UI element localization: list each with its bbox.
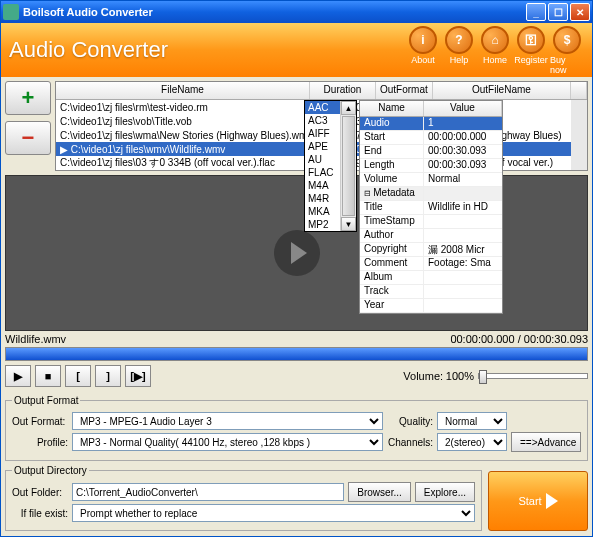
property-row[interactable]: Start00:00:00.000 [360, 131, 502, 145]
col-filename[interactable]: FileName [56, 82, 310, 99]
dropdown-scrollbar[interactable]: ▲ ▼ [340, 101, 356, 231]
format-option[interactable]: M4A [305, 179, 340, 192]
channels-label: Channels: [387, 437, 433, 448]
property-row[interactable]: Album [360, 271, 502, 285]
profile-label: Profile: [12, 437, 68, 448]
output-format-legend: Output Format [12, 395, 80, 406]
property-row[interactable]: Copyright漏 2008 Micr [360, 243, 502, 257]
outfolder-input[interactable] [72, 483, 344, 501]
hdr-icon: ? [445, 26, 473, 54]
outformat-select[interactable]: MP3 - MPEG-1 Audio Layer 3 [72, 412, 383, 430]
preview-play-icon[interactable] [274, 230, 320, 276]
property-row[interactable]: TimeStamp [360, 215, 502, 229]
header-home-button[interactable]: ⌂Home [478, 26, 512, 75]
format-dropdown-list[interactable]: AACAC3AIFFAPEAUFLACM4AM4RMKAMP2 ▲ ▼ [304, 100, 357, 232]
explore-button[interactable]: Explore... [415, 482, 475, 502]
preview-time: 00:00:00.000 / 00:00:30.093 [450, 333, 588, 345]
hdr-icon: i [409, 26, 437, 54]
scroll-up-icon[interactable]: ▲ [341, 101, 356, 115]
property-row[interactable]: Year [360, 299, 502, 313]
window-title: Boilsoft Audio Converter [23, 6, 526, 18]
property-row[interactable]: Audio1 [360, 117, 502, 131]
properties-panel: Name Value Audio1Start00:00:00.000End00:… [359, 100, 503, 314]
header-register-button[interactable]: ⚿Register [514, 26, 548, 75]
format-option[interactable]: AAC [305, 101, 340, 114]
outfolder-label: Out Folder: [12, 487, 68, 498]
col-outformat[interactable]: OutFormat [376, 82, 433, 99]
maximize-button[interactable]: ☐ [548, 3, 568, 21]
outformat-label: Out Format: [12, 416, 68, 427]
channels-select[interactable]: 2(stereo) [437, 433, 507, 451]
format-option[interactable]: MKA [305, 205, 340, 218]
mark-out-button[interactable]: ] [95, 365, 121, 387]
start-button[interactable]: Start [488, 471, 588, 531]
profile-select[interactable]: MP3 - Normal Quality( 44100 Hz, stereo ,… [72, 433, 383, 451]
col-duration[interactable]: Duration [310, 82, 376, 99]
output-directory-legend: Output Directory [12, 465, 89, 476]
minimize-button[interactable]: _ [526, 3, 546, 21]
mark-in-button[interactable]: [ [65, 365, 91, 387]
property-row[interactable]: Track [360, 285, 502, 299]
quality-label: Quality: [387, 416, 433, 427]
grid-scrollbar-head [571, 82, 587, 99]
advance-button[interactable]: ==>Advance [511, 432, 581, 452]
preview-filename: Wildlife.wmv [5, 333, 66, 345]
seek-bar[interactable] [5, 347, 588, 361]
property-row[interactable]: CommentFootage: Sma [360, 257, 502, 271]
header-about-button[interactable]: iAbout [406, 26, 440, 75]
hdr-icon: $ [553, 26, 581, 54]
property-row[interactable]: Length00:00:30.093 [360, 159, 502, 173]
format-option[interactable]: AIFF [305, 127, 340, 140]
stop-button[interactable]: ■ [35, 365, 61, 387]
grid-scrollbar[interactable] [571, 100, 587, 170]
play-button[interactable]: ▶ [5, 365, 31, 387]
format-option[interactable]: FLAC [305, 166, 340, 179]
volume-slider[interactable] [478, 373, 588, 379]
output-format-group: Output Format Out Format: MP3 - MPEG-1 A… [5, 395, 588, 461]
format-option[interactable]: MP2 [305, 218, 340, 231]
quality-select[interactable]: Normal [437, 412, 507, 430]
format-option[interactable]: M4R [305, 192, 340, 205]
property-row[interactable]: VolumeNormal [360, 173, 502, 187]
header-help-button[interactable]: ?Help [442, 26, 476, 75]
fileexist-label: If file exist: [12, 508, 68, 519]
col-outfilename[interactable]: OutFileName [433, 82, 571, 99]
format-option[interactable]: AU [305, 153, 340, 166]
header-buy-now-button[interactable]: $Buy now [550, 26, 584, 75]
property-row[interactable]: Author [360, 229, 502, 243]
app-icon [3, 4, 19, 20]
output-directory-group: Output Directory Out Folder: Browser... … [5, 465, 482, 531]
format-option[interactable]: AC3 [305, 114, 340, 127]
browse-button[interactable]: Browser... [348, 482, 410, 502]
property-row[interactable]: TitleWildlife in HD [360, 201, 502, 215]
add-file-button[interactable]: + [5, 81, 51, 115]
hdr-icon: ⚿ [517, 26, 545, 54]
format-option[interactable]: APE [305, 140, 340, 153]
property-row[interactable]: Metadata [360, 187, 502, 201]
property-row[interactable]: End00:00:30.093 [360, 145, 502, 159]
app-window: Boilsoft Audio Converter _ ☐ ✕ Audio Con… [0, 0, 593, 537]
play-icon [546, 493, 558, 509]
header: Audio Converter iAbout?Help⌂Home⚿Registe… [1, 23, 592, 77]
titlebar[interactable]: Boilsoft Audio Converter _ ☐ ✕ [1, 1, 592, 23]
close-button[interactable]: ✕ [570, 3, 590, 21]
goto-mark-button[interactable]: [▶] [125, 365, 151, 387]
prop-col-value[interactable]: Value [424, 101, 502, 116]
app-title: Audio Converter [9, 37, 406, 63]
scroll-down-icon[interactable]: ▼ [341, 217, 356, 231]
remove-file-button[interactable]: − [5, 121, 51, 155]
volume-label: Volume: 100% [403, 370, 474, 382]
fileexist-select[interactable]: Prompt whether to replace [72, 504, 475, 522]
hdr-icon: ⌂ [481, 26, 509, 54]
prop-col-name[interactable]: Name [360, 101, 424, 116]
